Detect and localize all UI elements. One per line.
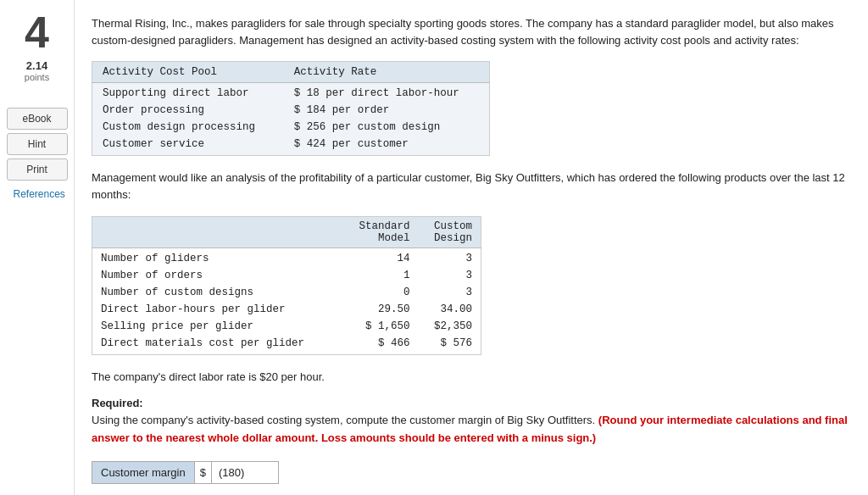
product-data-table: StandardModel CustomDesign Number of gli… xyxy=(92,216,481,355)
product-custom-cell: $2,350 xyxy=(418,318,481,335)
activity-pool-cell: Supporting direct labor xyxy=(92,83,284,103)
activity-table-row: Custom design processing $ 256 per custo… xyxy=(92,119,490,136)
product-table-row: Direct materials cost per glider $ 466 $… xyxy=(92,335,481,355)
customer-margin-label: Customer margin xyxy=(92,461,194,484)
dollar-sign: $ xyxy=(194,461,211,484)
required-section: Required: Using the company's activity-b… xyxy=(92,395,848,448)
product-label-cell: Selling price per glider xyxy=(92,318,342,335)
references-button[interactable]: References xyxy=(7,184,68,204)
ebook-button[interactable]: eBook xyxy=(7,108,68,130)
intro-text: Thermal Rising, Inc., makes paragliders … xyxy=(92,15,848,49)
product-label-cell: Direct materials cost per glider xyxy=(92,335,342,355)
activity-table-row: Order processing $ 184 per order xyxy=(92,102,490,119)
activity-pool-cell: Order processing xyxy=(92,102,284,119)
sidebar-buttons: eBook Hint Print References xyxy=(7,108,68,204)
product-table-row: Direct labor-hours per glider 29.50 34.0… xyxy=(92,301,481,318)
product-standard-cell: 0 xyxy=(342,284,418,301)
activity-pool-cell: Custom design processing xyxy=(92,119,284,136)
activity-table-row: Supporting direct labor $ 18 per direct … xyxy=(92,83,490,103)
product-custom-cell: $ 576 xyxy=(418,335,481,355)
question-number: 4 xyxy=(25,10,49,54)
activity-cost-table: Activity Cost Pool Activity Rate Support… xyxy=(92,61,490,156)
product-table-row: Selling price per glider $ 1,650 $2,350 xyxy=(92,318,481,335)
product-standard-cell: 1 xyxy=(342,267,418,284)
required-text: Using the company's activity-based costi… xyxy=(92,414,595,426)
rate-col-header: Activity Rate xyxy=(284,62,490,83)
main-content: Thermal Rising, Inc., makes paragliders … xyxy=(75,0,868,495)
product-label-cell: Number of custom designs xyxy=(92,284,342,301)
product-col-empty xyxy=(92,216,342,248)
points-value: 2.14 xyxy=(26,59,47,72)
product-standard-cell: $ 466 xyxy=(342,335,418,355)
activity-rate-cell: $ 184 per order xyxy=(284,102,490,119)
product-custom-cell: 3 xyxy=(418,248,481,267)
labor-rate-text: The company's direct labor rate is $20 p… xyxy=(92,370,848,383)
print-button[interactable]: Print xyxy=(7,159,68,181)
product-custom-cell: 3 xyxy=(418,284,481,301)
required-label: Required: xyxy=(92,397,143,409)
product-custom-cell: 3 xyxy=(418,267,481,284)
activity-pool-cell: Customer service xyxy=(92,136,284,156)
custom-header: CustomDesign xyxy=(418,216,481,248)
customer-margin-row: Customer margin $ xyxy=(92,461,848,484)
product-table-row: Number of gliders 14 3 xyxy=(92,248,481,267)
activity-rate-cell: $ 256 per custom design xyxy=(284,119,490,136)
product-standard-cell: 29.50 xyxy=(342,301,418,318)
customer-margin-input[interactable] xyxy=(211,461,279,484)
standard-header: StandardModel xyxy=(342,216,418,248)
product-table-row: Number of custom designs 0 3 xyxy=(92,284,481,301)
product-table-row: Number of orders 1 3 xyxy=(92,267,481,284)
points-label: points xyxy=(25,72,49,82)
product-label-cell: Number of orders xyxy=(92,267,342,284)
activity-table-row: Customer service $ 424 per customer xyxy=(92,136,490,156)
sidebar: 4 2.14 points eBook Hint Print Reference… xyxy=(0,0,75,495)
product-standard-cell: $ 1,650 xyxy=(342,318,418,335)
product-custom-cell: 34.00 xyxy=(418,301,481,318)
hint-button[interactable]: Hint xyxy=(7,133,68,155)
product-label-cell: Direct labor-hours per glider xyxy=(92,301,342,318)
product-label-cell: Number of gliders xyxy=(92,248,342,267)
activity-rate-cell: $ 18 per direct labor-hour xyxy=(284,83,490,103)
activity-rate-cell: $ 424 per customer xyxy=(284,136,490,156)
activity-col-header: Activity Cost Pool xyxy=(92,62,284,83)
product-standard-cell: 14 xyxy=(342,248,418,267)
analysis-text: Management would like an analysis of the… xyxy=(92,170,848,203)
